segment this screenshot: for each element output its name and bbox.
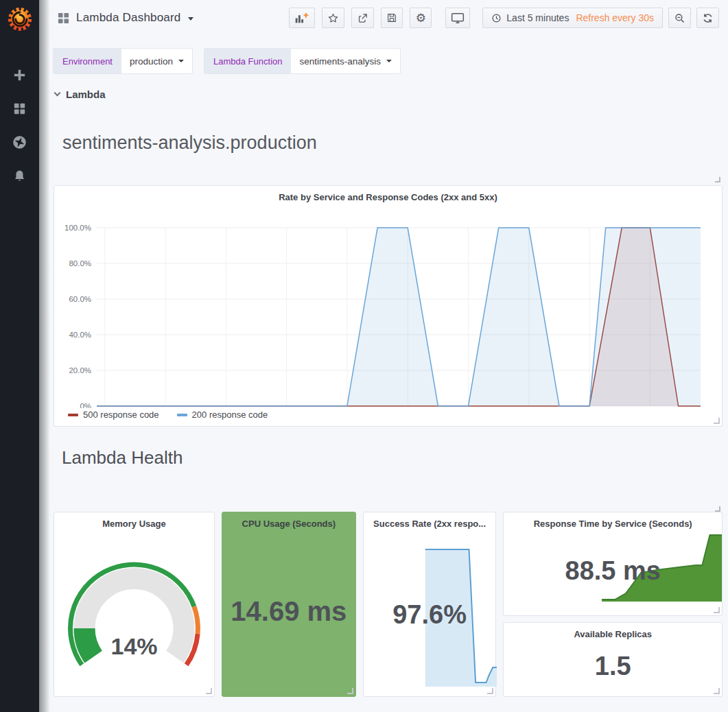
caret-down-icon (178, 60, 184, 62)
svg-text:0%: 0% (80, 402, 91, 408)
legend-color-200 (177, 414, 187, 416)
zoom-out-button[interactable] (668, 8, 691, 28)
bar-chart-plus-icon (294, 12, 309, 25)
share-button[interactable] (351, 8, 374, 28)
stat-value: 14.69 ms (222, 596, 355, 627)
refresh-interval-label: Refresh every 30s (576, 12, 654, 23)
sidebar-menu (0, 66, 39, 185)
chart-legend: 500 response code 200 response code (54, 410, 722, 420)
caret-down-icon (386, 60, 392, 62)
svg-text:60.0%: 60.0% (69, 295, 91, 303)
section-heading: Lambda Health (62, 447, 728, 471)
dashboard-toolbar: ⚙ Last 5 minutes Refresh every 30s (289, 8, 719, 28)
settings-button[interactable]: ⚙ (410, 8, 432, 28)
refresh-icon (702, 12, 714, 24)
svg-text:20.0%: 20.0% (69, 366, 91, 375)
variable-label: Lambda Function (204, 49, 291, 73)
legend-label: 500 response code (83, 410, 159, 420)
grafana-app: Lambda Dashboard (0, 0, 728, 712)
refresh-button[interactable] (696, 8, 719, 28)
svg-text:80.0%: 80.0% (69, 259, 91, 268)
panel-cpu-usage: CPU Usage (Seconds) 14.69 ms (222, 512, 356, 697)
grid-icon (58, 12, 69, 24)
alerting-icon[interactable] (11, 167, 29, 185)
magnifier-minus-icon (674, 12, 685, 24)
memory-gauge[interactable] (54, 530, 214, 688)
stat-value: 97.6% (364, 600, 496, 630)
panel-title[interactable]: Success Rate (2xx respo... (364, 512, 496, 529)
panel-available-replicas: Available Replicas 1.5 (503, 622, 723, 697)
save-icon (386, 12, 397, 23)
stat-value: 1.5 (504, 652, 722, 681)
variable-dropdown-lambda-function[interactable]: sentiments-analysis (291, 49, 400, 73)
dashboard-main: Lambda Dashboard (39, 0, 728, 712)
variable-dropdown-environment[interactable]: production (121, 49, 192, 73)
variable-value: sentiments-analysis (299, 56, 381, 67)
panel-title[interactable]: Available Replicas (504, 623, 722, 639)
legend-item-200[interactable]: 200 response code (177, 410, 268, 420)
row-resize-handle[interactable] (715, 177, 720, 182)
variable-lambda-function: Lambda Function sentiments-analysis (204, 49, 400, 73)
sidebar (0, 0, 39, 712)
time-range-label: Last 5 minutes (506, 12, 569, 23)
clock-icon (491, 13, 502, 23)
gear-icon: ⚙ (416, 12, 426, 24)
star-icon (327, 12, 339, 24)
text-panel: sentiments-analysis.production (54, 101, 723, 185)
save-button[interactable] (381, 8, 403, 28)
caret-down-icon (188, 17, 193, 21)
dashboards-icon[interactable] (11, 99, 29, 117)
star-button[interactable] (322, 8, 344, 28)
legend-item-500[interactable]: 500 response code (68, 410, 159, 420)
legend-label: 200 response code (192, 410, 268, 420)
gauge-value: 14% (54, 633, 214, 660)
panel-response-time: Response Time by Service (Seconds) 88.5 … (503, 512, 723, 616)
lambda-health-row: Memory Usage 14% CPU Usage (Seconds) 14.… (54, 512, 723, 697)
row-title: Lambda (66, 88, 106, 100)
dashboard-header: Lambda Dashboard (39, 0, 728, 36)
share-icon (357, 12, 368, 24)
text-panel-content: sentiments-analysis.production (54, 132, 317, 154)
template-variables: Environment production Lambda Function s… (39, 36, 728, 73)
monitor-icon (451, 12, 465, 24)
variable-label: Environment (54, 49, 121, 73)
row-collapse-lambda[interactable]: Lambda (55, 87, 728, 101)
page-title: Lambda Dashboard (76, 11, 181, 25)
row-resize-handle[interactable] (715, 506, 720, 512)
panel-title[interactable]: Memory Usage (54, 512, 214, 529)
explore-icon[interactable] (11, 133, 29, 151)
stat-value: 88.5 ms (504, 556, 722, 586)
panel-rate-chart: Rate by Service and Response Codes (2xx … (54, 185, 723, 427)
grafana-flame-icon (7, 6, 33, 32)
svg-text:100.0%: 100.0% (64, 224, 91, 232)
grafana-logo[interactable] (0, 0, 39, 38)
right-panel-column: Response Time by Service (Seconds) 88.5 … (503, 512, 723, 697)
dashboard-title-menu[interactable]: Lambda Dashboard (58, 11, 193, 25)
panel-title[interactable]: Rate by Service and Response Codes (2xx … (54, 186, 722, 202)
variable-environment: Environment production (54, 49, 192, 73)
add-icon[interactable] (11, 66, 29, 84)
cycle-view-button[interactable] (445, 8, 470, 28)
svg-text:40.0%: 40.0% (69, 331, 91, 339)
add-panel-button[interactable] (289, 8, 315, 28)
chevron-down-icon (54, 89, 61, 96)
timeseries-chart[interactable]: 0%20.0%40.0%60.0%80.0%100.0%18:04:3018:0… (54, 202, 722, 408)
legend-color-500 (68, 414, 78, 416)
panel-success-rate: Success Rate (2xx respo... 97.6% (363, 512, 497, 697)
variable-value: production (130, 56, 173, 67)
time-range-button[interactable]: Last 5 minutes Refresh every 30s (482, 8, 663, 28)
panel-title[interactable]: CPU Usage (Seconds) (222, 512, 355, 529)
panel-memory-usage: Memory Usage 14% (54, 512, 215, 697)
